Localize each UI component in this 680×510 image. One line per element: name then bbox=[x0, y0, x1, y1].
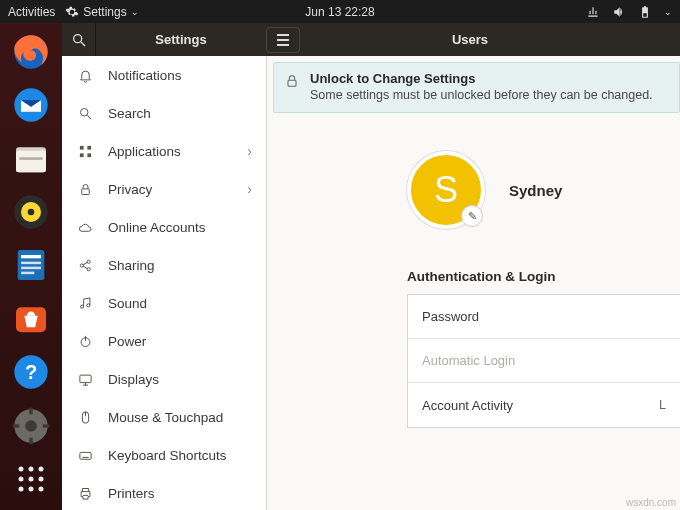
dock-files[interactable] bbox=[9, 138, 53, 179]
gear-icon bbox=[65, 5, 79, 19]
search-icon bbox=[71, 32, 87, 48]
panel-title: Users bbox=[300, 32, 680, 47]
unlock-banner[interactable]: Unlock to Change Settings Some settings … bbox=[273, 62, 680, 113]
dock-thunderbird[interactable] bbox=[9, 84, 53, 125]
volume-icon[interactable] bbox=[612, 5, 626, 19]
cloud-icon bbox=[76, 220, 94, 235]
svg-line-43 bbox=[83, 262, 87, 265]
power-icon bbox=[76, 334, 94, 349]
sidebar-item-search[interactable]: Search bbox=[62, 94, 266, 132]
sidebar-item-printers[interactable]: Printers bbox=[62, 474, 266, 510]
svg-point-30 bbox=[39, 487, 44, 492]
hamburger-menu[interactable] bbox=[266, 27, 300, 53]
svg-point-33 bbox=[80, 108, 88, 116]
sidebar-item-sound[interactable]: Sound bbox=[62, 284, 266, 322]
sidebar-item-power[interactable]: Power bbox=[62, 322, 266, 360]
svg-point-31 bbox=[73, 34, 81, 42]
svg-rect-10 bbox=[21, 262, 41, 265]
unlock-title: Unlock to Change Settings bbox=[310, 71, 669, 86]
svg-line-34 bbox=[87, 115, 91, 119]
row-label: Automatic Login bbox=[422, 353, 515, 368]
svg-point-27 bbox=[39, 477, 44, 482]
sidebar-item-label: Online Accounts bbox=[108, 220, 206, 235]
svg-rect-36 bbox=[87, 145, 91, 149]
row-password[interactable]: Password bbox=[408, 295, 680, 339]
chevron-down-icon: ⌄ bbox=[131, 7, 139, 17]
unlock-body: Some settings must be unlocked before th… bbox=[310, 88, 669, 102]
dock-libre-writer[interactable] bbox=[9, 245, 53, 286]
dock-help[interactable]: ? bbox=[9, 352, 53, 393]
mouse-icon bbox=[76, 410, 94, 425]
svg-rect-11 bbox=[21, 267, 41, 270]
dock-software[interactable] bbox=[9, 298, 53, 339]
lock-icon bbox=[284, 73, 300, 93]
sidebar-item-privacy[interactable]: Privacy › bbox=[62, 170, 266, 208]
sidebar-item-sharing[interactable]: Sharing bbox=[62, 246, 266, 284]
user-profile: S ✎ Sydney bbox=[407, 151, 680, 229]
sidebar-item-label: Displays bbox=[108, 372, 159, 387]
svg-point-17 bbox=[25, 420, 37, 432]
music-icon bbox=[76, 296, 94, 311]
window-header: Settings Users bbox=[62, 23, 680, 56]
svg-rect-21 bbox=[43, 424, 50, 427]
activities-button[interactable]: Activities bbox=[8, 5, 55, 19]
auth-list: Password Automatic Login Account Activit… bbox=[407, 294, 680, 428]
search-icon bbox=[76, 106, 94, 121]
share-icon bbox=[76, 258, 94, 273]
printer-icon bbox=[76, 486, 94, 501]
chevron-down-icon[interactable]: ⌄ bbox=[664, 7, 672, 17]
hamburger-icon bbox=[276, 34, 290, 46]
clock[interactable]: Jun 13 22:28 bbox=[305, 5, 374, 19]
svg-rect-39 bbox=[81, 188, 89, 194]
chevron-right-icon: › bbox=[247, 143, 252, 159]
network-icon[interactable] bbox=[586, 5, 600, 19]
chevron-right-icon: › bbox=[247, 181, 252, 197]
svg-rect-47 bbox=[79, 375, 90, 383]
svg-rect-37 bbox=[79, 153, 83, 157]
dock-show-apps[interactable] bbox=[9, 459, 53, 500]
keyboard-icon bbox=[76, 448, 94, 463]
row-label: Password bbox=[422, 309, 479, 324]
dock-settings[interactable] bbox=[9, 405, 53, 446]
battery-icon[interactable] bbox=[638, 5, 652, 19]
sidebar-item-applications[interactable]: Applications › bbox=[62, 132, 266, 170]
avatar-initial: S bbox=[434, 169, 458, 211]
row-label: Account Activity bbox=[422, 398, 513, 413]
dock-firefox[interactable] bbox=[9, 31, 53, 72]
row-account-activity[interactable]: Account Activity L bbox=[408, 383, 680, 427]
sidebar-item-label: Mouse & Touchpad bbox=[108, 410, 223, 425]
dock: ? bbox=[0, 23, 62, 510]
sidebar-item-label: Search bbox=[108, 106, 151, 121]
svg-rect-52 bbox=[79, 452, 90, 459]
lock-icon bbox=[76, 182, 94, 197]
sidebar-item-notifications[interactable]: Notifications bbox=[62, 56, 266, 94]
sidebar-item-mouse[interactable]: Mouse & Touchpad bbox=[62, 398, 266, 436]
sidebar-item-label: Keyboard Shortcuts bbox=[108, 448, 227, 463]
svg-rect-8 bbox=[18, 250, 45, 280]
sidebar-item-keyboard[interactable]: Keyboard Shortcuts bbox=[62, 436, 266, 474]
dock-rhythmbox[interactable] bbox=[9, 191, 53, 232]
avatar[interactable]: S ✎ bbox=[407, 151, 485, 229]
sidebar-item-label: Applications bbox=[108, 144, 181, 159]
svg-point-22 bbox=[19, 467, 24, 472]
app-menu[interactable]: Settings ⌄ bbox=[65, 5, 138, 19]
sidebar-item-label: Sound bbox=[108, 296, 147, 311]
watermark: wsxdn.com bbox=[626, 497, 676, 508]
sidebar-item-label: Printers bbox=[108, 486, 155, 501]
sidebar-item-displays[interactable]: Displays bbox=[62, 360, 266, 398]
svg-point-24 bbox=[39, 467, 44, 472]
svg-rect-3 bbox=[16, 150, 46, 172]
svg-line-44 bbox=[83, 266, 87, 269]
sidebar-item-label: Privacy bbox=[108, 182, 152, 197]
svg-point-7 bbox=[28, 209, 35, 216]
sidebar: Notifications Search Applications › Priv… bbox=[62, 56, 267, 510]
sidebar-item-online-accounts[interactable]: Online Accounts bbox=[62, 208, 266, 246]
pencil-icon[interactable]: ✎ bbox=[461, 205, 483, 227]
bell-icon bbox=[76, 68, 94, 83]
top-bar: Activities Settings ⌄ Jun 13 22:28 ⌄ bbox=[0, 0, 680, 23]
search-button[interactable] bbox=[62, 23, 96, 56]
svg-rect-54 bbox=[288, 80, 296, 86]
user-name[interactable]: Sydney bbox=[509, 182, 562, 199]
svg-text:?: ? bbox=[25, 361, 37, 383]
auth-section-title: Authentication & Login bbox=[407, 269, 680, 284]
